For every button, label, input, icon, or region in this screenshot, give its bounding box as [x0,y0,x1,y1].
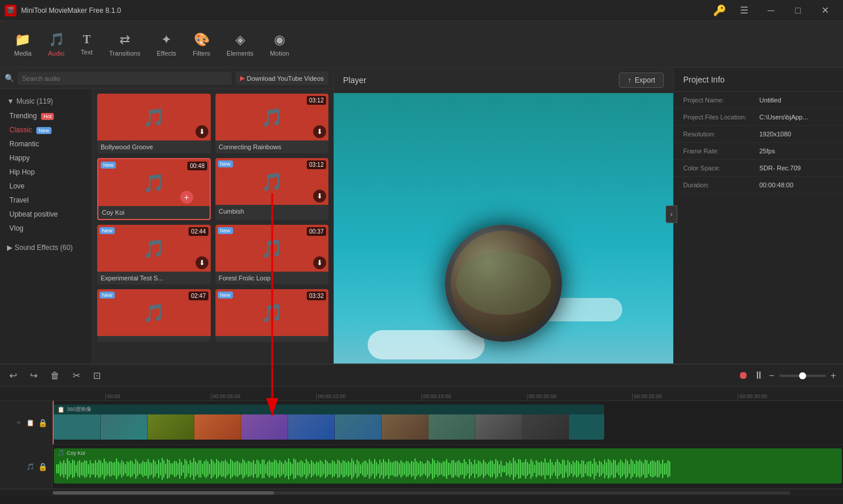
elements-icon: ◈ [235,32,245,47]
timeline-tracks: ＋ 📋 🔒 📋 360度映像 [0,401,843,489]
audio-lock-icon[interactable]: 🔒 [38,462,47,471]
key-icon: 🔑 [713,4,726,17]
duration-badge-forest: 00:37 [307,227,326,236]
music-icon: 🎵 [143,173,165,193]
close-button[interactable]: ✕ [811,0,838,21]
audio-title-bollywood: Bollywood Groove [97,140,211,153]
ruler-mark-6: 00:00:30:00 [738,393,843,400]
audio-thumb-8: New 🎵 03:32 [215,289,329,336]
zoom-out-icon[interactable]: − [769,371,774,381]
maximize-button[interactable]: □ [784,0,811,21]
ruler-mark-5: 00:00:25:00 [632,393,738,400]
split-icon: ⏸ [753,369,764,382]
toolbar-transitions[interactable]: ⇄ Transitions [101,29,148,60]
sidebar-sound-arrow: ▶ [7,244,12,252]
audio-card-7[interactable]: New 🎵 02:47 [97,289,211,342]
sidebar-item-love[interactable]: Love [0,179,92,193]
audio-thumb-cumbish: New 🎵 03:12 ⬇ [215,158,329,205]
sidebar-music-section[interactable]: ▼ Music (119) [0,94,92,109]
download-button-forest[interactable]: ⬇ [313,256,326,269]
add-button-coykoi[interactable]: + [180,191,193,204]
toolbar-audio[interactable]: 🎵 Audio [40,29,73,60]
sidebar-item-trending[interactable]: Trending Hot [0,109,92,123]
cut-button[interactable]: ✂ [70,368,83,383]
audio-card-experimental[interactable]: New 🎵 02:44 ⬇ Experimental Test S... [97,225,211,284]
sidebar-item-hiphop[interactable]: Hip Hop [0,165,92,179]
ruler-mark-1: 00:00:05:00 [211,393,316,400]
redo-button[interactable]: ↪ [28,368,40,383]
project-row-resolution: Resolution: 1920x1080 [674,126,843,143]
minimize-button[interactable]: ─ [758,0,784,21]
filters-icon: 🎨 [194,32,210,47]
download-button-rainbows[interactable]: ⬇ [313,125,326,138]
project-row-framerate: Frame Rate: 25fps [674,143,843,160]
audio-title-coykoi: Coy Koi [98,206,210,219]
text-icon: T [83,33,91,46]
delete-button[interactable]: 🗑 [48,368,62,383]
music-icon: 🎵 [143,107,165,128]
new-badge-coykoi: New [101,162,116,169]
toolbar-filters[interactable]: 🎨 Filters [184,29,218,60]
audio-track-icon: 🎵 [26,463,35,471]
export-button[interactable]: ↑ Export [619,73,664,88]
crop-button[interactable]: ⊡ [91,368,103,383]
timeline-toolbar: ↩ ↪ 🗑 ✂ ⊡ ⏺ ⏸ − + [0,365,843,387]
transitions-icon: ⇄ [119,32,130,47]
video-track-icon: 📋 [26,419,35,427]
download-button-bollywood[interactable]: ⬇ [196,125,208,138]
sidebar-item-classic[interactable]: Classic New [0,123,92,137]
audio-track: 🎵 🔒 🎵 Coy Koi [0,445,843,489]
lock-icon[interactable]: 🔒 [38,419,47,427]
menu-button[interactable]: ☰ [731,0,758,21]
new-badge-7: New [100,292,115,299]
toolbar-elements[interactable]: ◈ Elements [218,29,262,60]
timeline-scrollbar[interactable] [0,489,843,496]
music-icon: 🎵 [261,303,283,323]
zoom-in-icon[interactable]: + [831,371,836,381]
audio-card-coykoi[interactable]: New 🎵 00:48 + Coy Koi [97,158,211,220]
new-badge-forest: New [218,227,233,234]
ruler-mark-4: 00:00:20:00 [527,393,632,400]
player-title: Player [343,76,366,85]
ruler-mark-2: 00:00:10:00 [316,393,422,400]
ruler-mark-0: 00:00 [105,393,211,400]
audio-card-rainbows[interactable]: 🎵 03:12 ⬇ Connecting Rainbows [215,94,329,153]
window-controls: ☰ ─ □ ✕ [731,0,838,21]
audio-card-cumbish[interactable]: New 🎵 03:12 ⬇ Cumbish [215,158,329,220]
collapse-panel-button[interactable]: › [666,205,677,223]
video-track: ＋ 📋 🔒 📋 360度映像 [0,401,843,445]
duration-badge-cumbish: 03:12 [307,160,326,169]
duration-badge-7: 02:47 [189,292,208,300]
media-icon: 📁 [15,32,30,47]
undo-button[interactable]: ↩ [7,368,19,383]
search-input[interactable] [18,72,232,85]
download-button-experimental[interactable]: ⬇ [196,256,208,269]
youtube-download-button[interactable]: ▶ Download YouTube Videos [235,71,329,85]
search-icon: 🔍 [5,74,14,83]
add-track-icon[interactable]: ＋ [15,417,23,428]
music-icon: 🎵 [261,172,283,192]
music-icon: 🎵 [143,303,165,323]
sidebar-item-travel[interactable]: Travel [0,193,92,207]
duration-badge-experimental: 02:44 [189,227,208,236]
sidebar-sound-effects-section[interactable]: ▶ Sound Effects (60) [0,240,92,255]
download-button-cumbish[interactable]: ⬇ [313,190,326,203]
toolbar-effects[interactable]: ✦ Effects [149,29,184,60]
sidebar-item-upbeat[interactable]: Upbeat positive [0,207,92,221]
toolbar-text[interactable]: T Text [73,29,101,59]
audio-card-forest[interactable]: New 🎵 00:37 ⬇ Forest Frolic Loop [215,225,329,284]
audio-thumb-bollywood: 🎵 ⬇ [97,94,211,140]
app-title: MiniTool MovieMaker Free 8.1.0 [21,6,713,15]
sidebar-item-happy[interactable]: Happy [0,151,92,165]
audio-title-8 [215,336,329,342]
audio-card-8[interactable]: New 🎵 03:32 [215,289,329,342]
toolbar-motion[interactable]: ◉ Motion [262,29,297,60]
new-badge-cumbish: New [218,160,233,167]
toolbar-media[interactable]: 📁 Media [6,29,40,60]
project-row-colorspace: Color Space: SDR- Rec.709 [674,160,843,177]
sidebar-item-romantic[interactable]: Romantic [0,137,92,151]
zoom-slider[interactable] [779,375,826,377]
sidebar-item-vlog[interactable]: Vlog [0,221,92,235]
video-clip-label: 📋 360度映像 [54,404,604,414]
audio-card-bollywood[interactable]: 🎵 ⬇ Bollywood Groove [97,94,211,153]
